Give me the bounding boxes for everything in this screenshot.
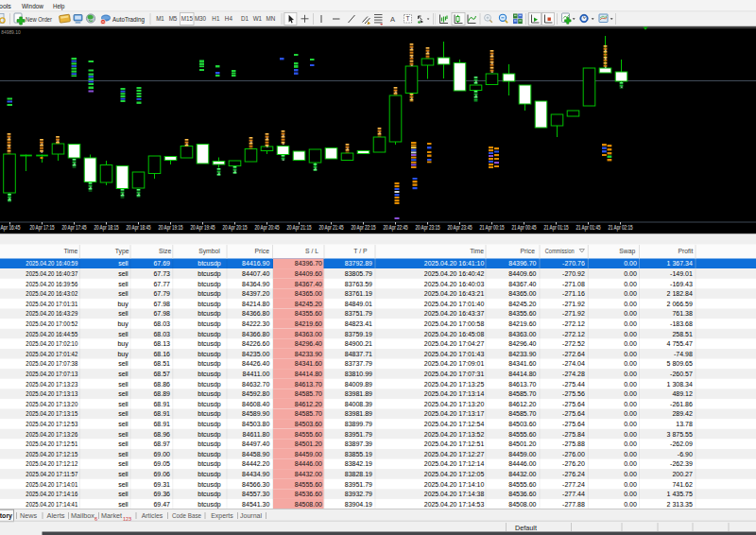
svg-text:-276.24: -276.24 xyxy=(562,471,585,477)
svg-text:2025.04.20 17:07:38: 2025.04.20 17:07:38 xyxy=(26,360,77,367)
svg-text:-272.64: -272.64 xyxy=(562,351,585,357)
svg-text:Price: Price xyxy=(255,248,270,254)
svg-text:84442.20: 84442.20 xyxy=(242,460,269,467)
svg-text:258.51: 258.51 xyxy=(672,331,693,337)
svg-text:84363.00: 84363.00 xyxy=(508,331,536,337)
svg-text:84585.70: 84585.70 xyxy=(508,390,536,397)
svg-text:2025.04.20 17:00:58: 2025.04.20 17:00:58 xyxy=(424,320,485,327)
svg-text:84407.40: 84407.40 xyxy=(242,270,269,277)
svg-text:-275.44: -275.44 xyxy=(562,381,585,388)
svg-text:sell: sell xyxy=(118,381,129,388)
svg-text:67.69: 67.69 xyxy=(153,260,170,267)
svg-text:Price: Price xyxy=(521,248,536,254)
svg-text:489.12: 489.12 xyxy=(672,390,693,397)
svg-text:2025.04.20 17:13:26: 2025.04.20 17:13:26 xyxy=(26,431,77,438)
svg-text:btcusdp: btcusdp xyxy=(198,331,221,338)
svg-text:84219.60: 84219.60 xyxy=(508,320,536,327)
svg-text:83805.79: 83805.79 xyxy=(345,270,372,277)
svg-text:Mailbox: Mailbox xyxy=(71,512,95,519)
svg-text:21 Apr 01:45: 21 Apr 01:45 xyxy=(576,224,601,232)
svg-text:Time: Time xyxy=(470,248,484,254)
svg-text:21 Apr 00:15: 21 Apr 00:15 xyxy=(480,224,505,232)
svg-text:20 Apr 21:15: 20 Apr 21:15 xyxy=(287,224,312,232)
svg-text:Code Base: Code Base xyxy=(172,512,201,519)
svg-text:-277.44: -277.44 xyxy=(562,491,585,497)
svg-text:69.31: 69.31 xyxy=(153,481,170,488)
svg-text:0.00: 0.00 xyxy=(624,481,637,488)
svg-text:btcusdp: btcusdp xyxy=(198,410,221,418)
svg-text:84396.70: 84396.70 xyxy=(295,260,322,267)
svg-text:2025.04.20 16:45:08: 2025.04.20 16:45:08 xyxy=(424,331,485,337)
svg-text:0.00: 0.00 xyxy=(624,381,637,388)
svg-text:84226.60: 84226.60 xyxy=(242,340,269,347)
svg-text:68.13: 68.13 xyxy=(153,340,170,347)
svg-text:2025.04.20 17:01:43: 2025.04.20 17:01:43 xyxy=(424,351,485,357)
svg-text:2025.04.20 17:01:40: 2025.04.20 17:01:40 xyxy=(424,301,485,307)
svg-text:sell: sell xyxy=(118,401,129,407)
svg-text:Tools: Tools xyxy=(0,3,11,9)
svg-text:84508.00: 84508.00 xyxy=(508,501,536,508)
svg-text:84432.00: 84432.00 xyxy=(508,471,536,477)
svg-text:News: News xyxy=(20,512,38,519)
svg-text:Help: Help xyxy=(53,3,65,10)
svg-text:84245.20: 84245.20 xyxy=(508,301,536,307)
svg-text:Window: Window xyxy=(22,3,44,9)
svg-text:2 066.59: 2 066.59 xyxy=(667,301,693,307)
svg-text:2025.04.20 16:39:56: 2025.04.20 16:39:56 xyxy=(26,281,77,287)
svg-text:sell: sell xyxy=(118,281,129,287)
svg-text:btcusdp: btcusdp xyxy=(198,501,221,509)
svg-text:21 Apr 01:15: 21 Apr 01:15 xyxy=(544,224,569,232)
svg-text:84397.20: 84397.20 xyxy=(242,290,269,297)
svg-text:84557.30: 84557.30 xyxy=(242,491,269,497)
svg-text:btcusdp: btcusdp xyxy=(198,401,221,408)
svg-text:84411.00: 84411.00 xyxy=(243,371,270,377)
svg-text:0.00: 0.00 xyxy=(624,281,637,287)
svg-text:0.00: 0.00 xyxy=(624,351,637,357)
svg-text:1 308.34: 1 308.34 xyxy=(667,381,693,388)
svg-text:67.98: 67.98 xyxy=(153,310,170,317)
svg-text:83737.79: 83737.79 xyxy=(345,360,372,367)
svg-text:84009.89: 84009.89 xyxy=(345,381,372,388)
svg-text:Type: Type xyxy=(115,248,129,255)
svg-text:83792.89: 83792.89 xyxy=(345,260,372,267)
svg-text:0.00: 0.00 xyxy=(624,301,637,307)
svg-text:84296.40: 84296.40 xyxy=(295,340,322,347)
svg-text:2025.04.20 17:12:27: 2025.04.20 17:12:27 xyxy=(424,451,485,457)
svg-text:2025.04.20 17:14:53: 2025.04.20 17:14:53 xyxy=(424,501,485,508)
svg-text:2025.04.20 16:40:37: 2025.04.20 16:40:37 xyxy=(26,270,77,277)
svg-text:btcusdp: btcusdp xyxy=(198,390,221,398)
svg-text:0.00: 0.00 xyxy=(624,360,637,367)
svg-text:84458.90: 84458.90 xyxy=(242,451,269,457)
svg-text:0.00: 0.00 xyxy=(624,501,637,508)
svg-text:83751.79: 83751.79 xyxy=(345,310,372,317)
svg-text:buy: buy xyxy=(117,340,129,348)
svg-text:0.00: 0.00 xyxy=(624,471,637,477)
svg-text:2025.04.20 16:41:10: 2025.04.20 16:41:10 xyxy=(424,260,485,267)
svg-text:-271.92: -271.92 xyxy=(562,301,585,307)
svg-text:84536.60: 84536.60 xyxy=(508,491,536,497)
svg-text:2025.04.20 17:13:25: 2025.04.20 17:13:25 xyxy=(424,381,485,388)
svg-text:741.62: 741.62 xyxy=(672,481,693,488)
svg-text:btcusdp: btcusdp xyxy=(198,421,221,428)
svg-text:2025.04.20 17:12:53: 2025.04.20 17:12:53 xyxy=(26,421,77,427)
svg-text:84501.20: 84501.20 xyxy=(295,440,322,447)
svg-text:84233.90: 84233.90 xyxy=(295,351,322,357)
svg-text:-260.57: -260.57 xyxy=(670,371,693,377)
svg-text:68.86: 68.86 xyxy=(153,381,170,388)
svg-text:84837.71: 84837.71 xyxy=(345,351,372,357)
svg-text:83759.19: 83759.19 xyxy=(345,331,372,337)
svg-text:20 Apr 22:45: 20 Apr 22:45 xyxy=(384,224,408,232)
svg-text:-272.52: -272.52 xyxy=(562,340,585,347)
svg-text:2025.04.20 17:14:38: 2025.04.20 17:14:38 xyxy=(424,491,485,497)
svg-text:Symbol: Symbol xyxy=(198,248,220,255)
svg-text:2 182.84: 2 182.84 xyxy=(667,290,693,297)
svg-text:83899.79: 83899.79 xyxy=(345,421,372,427)
svg-text:buy: buy xyxy=(117,320,129,328)
svg-text:M1: M1 xyxy=(156,15,164,22)
svg-text:68.89: 68.89 xyxy=(153,390,170,397)
svg-text:84355.60: 84355.60 xyxy=(295,310,322,317)
svg-text:New Order: New Order xyxy=(26,16,53,23)
svg-text:84416.90: 84416.90 xyxy=(242,260,269,267)
svg-text:2025.04.20 17:13:14: 2025.04.20 17:13:14 xyxy=(424,390,485,397)
svg-text:84434.90: 84434.90 xyxy=(242,471,269,477)
